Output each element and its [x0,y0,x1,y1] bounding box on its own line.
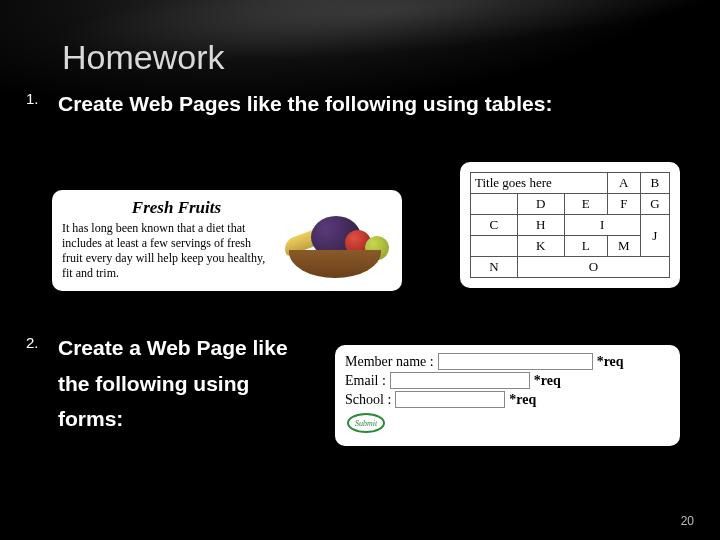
email-label: Email : [345,373,386,389]
required-marker: *req [509,392,536,408]
form-row-member: Member name : *req [345,353,670,370]
table-row: Title goes here A B [471,173,670,194]
table-cell: F [607,194,640,215]
table-cell: L [564,236,607,257]
example-form-card: Member name : *req Email : *req School :… [335,345,680,446]
form-row-school: School : *req [345,391,670,408]
list-item: 2. Create a Web Page like the following … [26,330,316,437]
table-cell: I [564,215,640,236]
table-cell: J [640,215,669,257]
table-cell: A [607,173,640,194]
required-marker: *req [597,354,624,370]
table-row: C H I J [471,215,670,236]
fruits-title: Fresh Fruits [82,198,271,218]
table-cell-empty [471,236,518,257]
table-cell: C [471,215,518,236]
table-cell: G [640,194,669,215]
table-cell: N [471,257,518,278]
submit-text: Submit [355,419,378,428]
table-cell: H [517,215,564,236]
list-text-2: Create a Web Page like the following usi… [58,330,316,437]
table-cell-empty [471,194,518,215]
submit-button[interactable]: Submit [345,412,387,434]
form-row-email: Email : *req [345,372,670,389]
member-label: Member name : [345,354,434,370]
table-cell: K [517,236,564,257]
table-cell: O [517,257,669,278]
example-fruits-card: Fresh Fruits It has long been known that… [52,190,402,291]
page-title: Homework [62,38,224,77]
table-cell: D [517,194,564,215]
table-row: D E F G [471,194,670,215]
email-input[interactable] [390,372,530,389]
list-number-2: 2. [26,330,40,437]
example-table-card: Title goes here A B D E F G C H I J K L … [460,162,680,288]
table-cell-title: Title goes here [471,173,608,194]
table-cell: B [640,173,669,194]
homework-list: 1. Create Web Pages like the following u… [26,86,686,130]
fruits-body: It has long been known that a diet that … [62,221,271,281]
table-row: K L M [471,236,670,257]
member-name-input[interactable] [438,353,593,370]
fruits-text-block: Fresh Fruits It has long been known that… [62,198,277,281]
list-text-1: Create Web Pages like the following usin… [58,86,552,122]
table-row: N O [471,257,670,278]
list-number-1: 1. [26,86,40,122]
table-cell: E [564,194,607,215]
slide-number: 20 [681,514,694,528]
required-marker: *req [534,373,561,389]
example-table: Title goes here A B D E F G C H I J K L … [470,172,670,278]
school-label: School : [345,392,391,408]
fruit-basket-image [277,202,392,280]
list-item: 1. Create Web Pages like the following u… [26,86,686,122]
school-input[interactable] [395,391,505,408]
list-item-2-container: 2. Create a Web Page like the following … [26,330,316,445]
table-cell: M [607,236,640,257]
